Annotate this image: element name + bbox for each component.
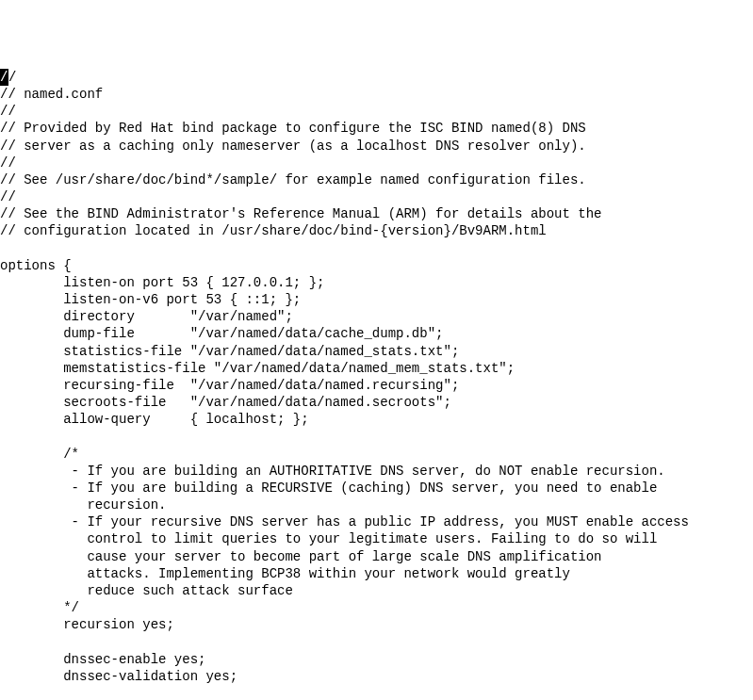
config-line bbox=[0, 240, 753, 257]
config-line: secroots-file "/var/named/data/named.sec… bbox=[0, 394, 753, 411]
config-line: // server as a caching only nameserver (… bbox=[0, 138, 753, 155]
config-line: // bbox=[0, 103, 753, 120]
config-line: statistics-file "/var/named/data/named_s… bbox=[0, 343, 753, 360]
config-line: memstatistics-file "/var/named/data/name… bbox=[0, 360, 753, 377]
config-line: dnssec-enable yes; bbox=[0, 651, 753, 668]
config-line: allow-query { localhost; }; bbox=[0, 411, 753, 428]
config-line: listen-on port 53 { 127.0.0.1; }; bbox=[0, 274, 753, 291]
config-line: options { bbox=[0, 257, 753, 274]
config-line: // named.conf bbox=[0, 86, 753, 103]
config-line: // Provided by Red Hat bind package to c… bbox=[0, 120, 753, 137]
config-line: recursion yes; bbox=[0, 616, 753, 633]
config-line bbox=[0, 685, 753, 700]
config-line: // bbox=[0, 155, 753, 171]
line-remainder: / bbox=[8, 70, 16, 85]
cursor-position: / bbox=[0, 69, 8, 86]
config-line: /* bbox=[0, 446, 753, 463]
config-line: attacks. Implementing BCP38 within your … bbox=[0, 565, 753, 582]
config-line: recursing-file "/var/named/data/named.re… bbox=[0, 377, 753, 394]
config-line: // See /usr/share/doc/bind*/sample/ for … bbox=[0, 171, 753, 188]
config-line: // bbox=[0, 188, 753, 205]
config-line: reduce such attack surface bbox=[0, 582, 753, 599]
config-line: dump-file "/var/named/data/cache_dump.db… bbox=[0, 325, 753, 342]
config-line: dnssec-validation yes; bbox=[0, 668, 753, 685]
config-line: // bbox=[0, 69, 753, 86]
config-line: listen-on-v6 port 53 { ::1; }; bbox=[0, 291, 753, 308]
config-line: // configuration located in /usr/share/d… bbox=[0, 222, 753, 239]
text-editor-viewport[interactable]: //// named.conf//// Provided by Red Hat … bbox=[0, 69, 753, 700]
config-line: - If you are building a RECURSIVE (cachi… bbox=[0, 480, 753, 497]
config-line: - If your recursive DNS server has a pub… bbox=[0, 513, 753, 530]
config-line bbox=[0, 429, 753, 446]
config-line: // See the BIND Administrator's Referenc… bbox=[0, 205, 753, 222]
config-line: directory "/var/named"; bbox=[0, 308, 753, 325]
config-line: */ bbox=[0, 599, 753, 616]
config-line: control to limit queries to your legitim… bbox=[0, 530, 753, 547]
config-line: cause your server to become part of larg… bbox=[0, 548, 753, 565]
config-line bbox=[0, 634, 753, 651]
config-line: recursion. bbox=[0, 497, 753, 513]
config-line: - If you are building an AUTHORITATIVE D… bbox=[0, 463, 753, 480]
